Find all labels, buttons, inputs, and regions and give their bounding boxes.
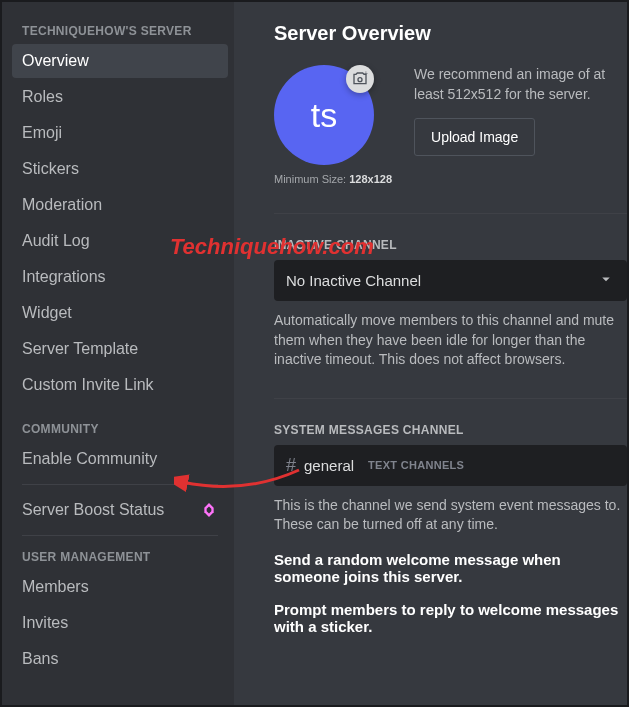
recommend-text: We recommend an image of at least 512x51… <box>414 65 627 104</box>
sidebar-item-audit-log[interactable]: Audit Log <box>12 224 228 258</box>
upload-image-button[interactable]: Upload Image <box>414 118 535 156</box>
sidebar-item-server-template[interactable]: Server Template <box>12 332 228 366</box>
inactive-channel-help: Automatically move members to this chann… <box>274 311 627 370</box>
sidebar-item-integrations[interactable]: Integrations <box>12 260 228 294</box>
sidebar-item-stickers[interactable]: Stickers <box>12 152 228 186</box>
content-pane: Server Overview ts + Minimum Size: 128x1… <box>234 2 627 705</box>
inactive-channel-select[interactable]: No Inactive Channel <box>274 260 627 301</box>
sidebar-item-server-boost[interactable]: Server Boost Status <box>12 493 228 527</box>
channel-category: TEXT CHANNELS <box>368 459 464 471</box>
sidebar-item-emoji[interactable]: Emoji <box>12 116 228 150</box>
sidebar-item-invites[interactable]: Invites <box>12 606 228 640</box>
sidebar-item-enable-community[interactable]: Enable Community <box>12 442 228 476</box>
channel-name: general <box>304 457 354 474</box>
hash-icon: # <box>286 455 296 476</box>
system-messages-select[interactable]: # general TEXT CHANNELS <box>274 445 627 486</box>
sidebar-item-members[interactable]: Members <box>12 570 228 604</box>
chevron-down-icon <box>597 270 615 291</box>
upload-image-icon[interactable]: + <box>346 65 374 93</box>
page-title: Server Overview <box>274 22 627 45</box>
system-messages-label: SYSTEM MESSAGES CHANNEL <box>274 423 627 437</box>
sidebar-header-community: COMMUNITY <box>12 416 228 442</box>
svg-text:+: + <box>364 71 368 77</box>
sidebar-divider <box>22 484 218 485</box>
sidebar-item-bans[interactable]: Bans <box>12 642 228 676</box>
toggle-welcome-reply-prompt[interactable]: Prompt members to reply to welcome messa… <box>274 601 627 635</box>
sidebar-divider <box>22 535 218 536</box>
minimum-size-hint: Minimum Size: 128x128 <box>274 173 392 185</box>
toggle-welcome-message[interactable]: Send a random welcome message when someo… <box>274 551 627 585</box>
section-divider <box>274 398 627 399</box>
section-divider <box>274 213 627 214</box>
svg-point-0 <box>358 78 362 82</box>
sidebar-header-server: TECHNIQUEHOW'S SERVER <box>12 18 228 44</box>
sidebar-header-user-management: USER MANAGEMENT <box>12 544 228 570</box>
system-messages-help: This is the channel we send system event… <box>274 496 627 535</box>
inactive-channel-label: INACTIVE CHANNEL <box>274 238 627 252</box>
sidebar-item-roles[interactable]: Roles <box>12 80 228 114</box>
sidebar-item-moderation[interactable]: Moderation <box>12 188 228 222</box>
select-value: No Inactive Channel <box>286 272 421 289</box>
sidebar-item-overview[interactable]: Overview <box>12 44 228 78</box>
sidebar-item-widget[interactable]: Widget <box>12 296 228 330</box>
boost-icon <box>204 503 218 517</box>
server-avatar[interactable]: ts + <box>274 65 374 165</box>
sidebar-item-custom-invite-link[interactable]: Custom Invite Link <box>12 368 228 402</box>
settings-sidebar: TECHNIQUEHOW'S SERVER Overview Roles Emo… <box>2 2 234 705</box>
